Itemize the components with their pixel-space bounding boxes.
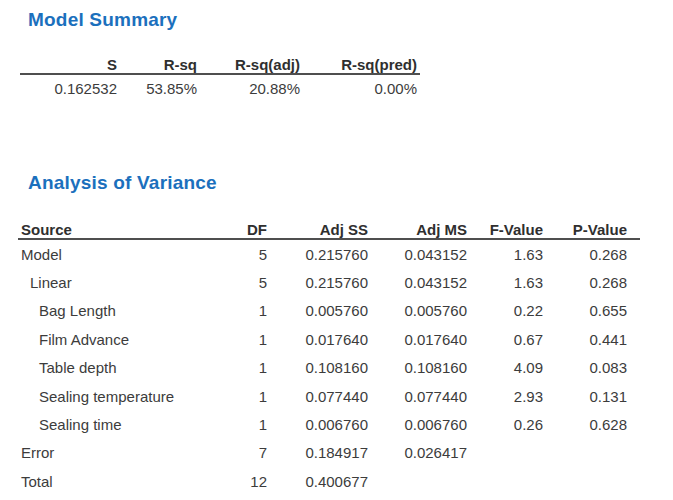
anova-cell-p-value: 0.655 (543, 302, 627, 319)
anova-cell-adj-ss: 0.017640 (267, 331, 368, 348)
anova-cell-source: Sealing temperature (18, 388, 197, 405)
anova-cell-adj-ss: 0.215760 (267, 246, 368, 263)
model-summary-header-row: S R-sq R-sq(adj) R-sq(pred) (20, 52, 420, 75)
anova-cell-adj-ss: 0.006760 (267, 416, 368, 433)
ms-col-rsq-adj: R-sq(adj) (197, 56, 300, 73)
anova-cell-source: Sealing time (18, 416, 197, 433)
anova-cell-adj-ss: 0.005760 (267, 302, 368, 319)
anova-cell-df: 1 (197, 302, 267, 319)
anova-row: Error 7 0.184917 0.026417 (18, 439, 640, 467)
anova-col-adj-ms: Adj MS (368, 221, 467, 238)
ms-value-rsq: 53.85% (117, 80, 197, 97)
anova-row: Film Advance 1 0.017640 0.017640 0.67 0.… (18, 325, 640, 353)
anova-row: Total 12 0.400677 (18, 467, 640, 495)
anova-body: Model 5 0.215760 0.043152 1.63 0.268 Lin… (18, 240, 640, 496)
ms-value-s: 0.162532 (20, 80, 117, 97)
anova-cell-p-value: 0.131 (543, 388, 627, 405)
ms-value-rsq-pred: 0.00% (300, 80, 417, 97)
anova-cell-df: 12 (197, 473, 267, 490)
anova-cell-p-value: 0.441 (543, 331, 627, 348)
anova-cell-adj-ss: 0.184917 (267, 444, 368, 461)
anova-cell-source: Model (18, 246, 197, 263)
anova-row: Table depth 1 0.108160 0.108160 4.09 0.0… (18, 354, 640, 382)
anova-cell-df: 7 (197, 444, 267, 461)
anova-cell-source: Film Advance (18, 331, 197, 348)
anova-cell-adj-ms: 0.026417 (368, 444, 467, 461)
model-summary-title: Model Summary (28, 7, 177, 32)
anova-cell-f-value: 1.63 (467, 274, 543, 291)
anova-row: Bag Length 1 0.005760 0.005760 0.22 0.65… (18, 297, 640, 325)
anova-cell-df: 1 (197, 388, 267, 405)
anova-cell-f-value: 0.26 (467, 416, 543, 433)
anova-cell-df: 1 (197, 331, 267, 348)
anova-cell-df: 1 (197, 416, 267, 433)
anova-cell-adj-ss: 0.077440 (267, 388, 368, 405)
anova-cell-source: Bag Length (18, 302, 197, 319)
anova-row: Linear 5 0.215760 0.043152 1.63 0.268 (18, 268, 640, 296)
anova-cell-adj-ss: 0.215760 (267, 274, 368, 291)
anova-title: Analysis of Variance (28, 170, 217, 195)
anova-cell-f-value: 0.22 (467, 302, 543, 319)
anova-cell-adj-ms: 0.017640 (368, 331, 467, 348)
anova-cell-adj-ms: 0.043152 (368, 274, 467, 291)
anova-col-adj-ss: Adj SS (267, 221, 368, 238)
stats-output-pane: Model Summary S R-sq R-sq(adj) R-sq(pred… (0, 0, 673, 500)
anova-cell-p-value: 0.628 (543, 416, 627, 433)
anova-col-f-value: F-Value (467, 221, 543, 238)
anova-cell-f-value: 2.93 (467, 388, 543, 405)
anova-cell-df: 5 (197, 246, 267, 263)
anova-cell-source: Table depth (18, 359, 197, 376)
model-summary-value-row: 0.162532 53.85% 20.88% 0.00% (20, 75, 420, 102)
anova-cell-source: Linear (18, 274, 197, 291)
anova-cell-adj-ms: 0.005760 (368, 302, 467, 319)
anova-cell-df: 5 (197, 274, 267, 291)
anova-cell-source: Error (18, 444, 197, 461)
anova-cell-f-value: 4.09 (467, 359, 543, 376)
anova-cell-adj-ms: 0.077440 (368, 388, 467, 405)
anova-col-p-value: P-Value (543, 221, 627, 238)
anova-cell-adj-ms: 0.006760 (368, 416, 467, 433)
anova-row: Sealing time 1 0.006760 0.006760 0.26 0.… (18, 410, 640, 438)
anova-cell-source: Total (18, 473, 197, 490)
anova-cell-f-value: 0.67 (467, 331, 543, 348)
ms-col-s: S (20, 56, 117, 73)
anova-cell-p-value: 0.268 (543, 246, 627, 263)
anova-col-df: DF (197, 221, 267, 238)
anova-cell-adj-ms: 0.043152 (368, 246, 467, 263)
anova-row: Model 5 0.215760 0.043152 1.63 0.268 (18, 240, 640, 268)
ms-col-rsq-pred: R-sq(pred) (300, 56, 417, 73)
anova-header-row: Source DF Adj SS Adj MS F-Value P-Value (18, 216, 640, 240)
anova-cell-p-value: 0.083 (543, 359, 627, 376)
anova-cell-f-value: 1.63 (467, 246, 543, 263)
ms-value-rsq-adj: 20.88% (197, 80, 300, 97)
anova-row: Sealing temperature 1 0.077440 0.077440 … (18, 382, 640, 410)
ms-col-rsq: R-sq (117, 56, 197, 73)
model-summary-table: S R-sq R-sq(adj) R-sq(pred) 0.162532 53.… (20, 52, 420, 102)
anova-col-source: Source (18, 221, 197, 238)
anova-cell-adj-ms: 0.108160 (368, 359, 467, 376)
anova-cell-p-value: 0.268 (543, 274, 627, 291)
anova-table: Source DF Adj SS Adj MS F-Value P-Value … (18, 216, 640, 496)
anova-cell-df: 1 (197, 359, 267, 376)
anova-cell-adj-ss: 0.400677 (267, 473, 368, 490)
anova-cell-adj-ss: 0.108160 (267, 359, 368, 376)
